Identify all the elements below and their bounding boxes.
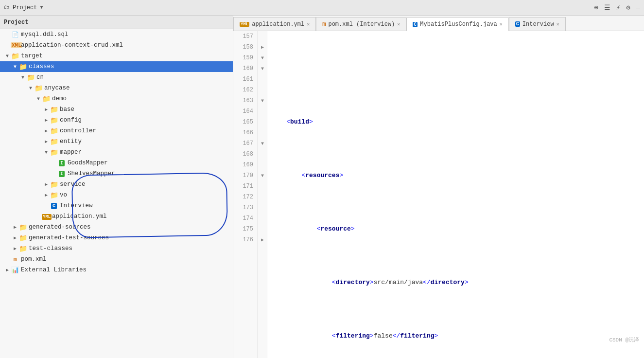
tree-arrow-demo: ▼ [35,96,42,102]
tree-item-config[interactable]: ▶ 📁 config [0,115,233,125]
tree-label-ext-libs: External Libraries [21,267,87,273]
gutter-167[interactable]: ▼ [258,138,267,149]
tab-interview-label: Interview [522,21,554,28]
tree-arrow-cn: ▼ [19,75,26,80]
tab-java-c-icon: C [413,22,418,27]
tree-arrow-entity: ▶ [43,139,50,144]
tree-item-service[interactable]: ▶ 📁 service [0,179,233,190]
tab-yml-icon: YML [240,22,249,27]
gutter-159[interactable]: ▼ [258,53,267,63]
gutter-176[interactable]: ▶ [258,234,267,245]
tree-item-mysql-sql[interactable]: 📄 mysql.ddl.sql [0,29,233,40]
gutter-169 [258,160,267,170]
tree-item-mapper[interactable]: ▼ 📁 mapper [0,147,233,158]
gutter-164 [258,106,267,117]
tree-item-controller[interactable]: ▶ 📁 controller [0,125,233,136]
sidebar-title: Project [4,19,28,26]
tree-item-gen-test-sources[interactable]: ▶ 📁 generated-test-sources [0,233,233,243]
dropdown-arrow[interactable]: ▼ [40,5,43,10]
tree-label-gen-test-sources: generated-test-sources [29,234,109,241]
tree-item-appyml[interactable]: YML application.yml [0,211,233,222]
tree-item-entity[interactable]: ▶ 📁 entity [0,136,233,147]
gutter-170[interactable]: ▼ [258,170,267,181]
tree-item-vo[interactable]: ▶ 📁 vo [0,190,233,200]
tree-arrow-vo: ▶ [43,192,50,198]
interface-badge-goodsmapper: I [59,160,65,166]
tab-bar: YML application.yml ✕ m pom.xml (Intervi… [233,16,644,31]
tab-interview[interactable]: C Interview ✕ [509,17,566,31]
gutter-168 [258,149,267,160]
tree-arrow-gen-sources: ▶ [12,224,18,230]
tree-item-interview-class[interactable]: C Interview [0,200,233,211]
tree-label-mapper: mapper [60,149,82,156]
tree-arrow-classes: ▼ [12,64,18,70]
interface-badge-shelvesmapper: I [59,171,65,177]
tree-arrow-ext-libs: ▶ [4,267,11,273]
main-area: Project 📄 mysql.ddl.sql XML application-… [0,16,644,358]
gutter-173 [258,202,267,213]
watermark: CSDN @沅泽 [609,336,639,343]
tree-arrow-mapper: ▼ [43,150,50,155]
folder-service-icon: 📁 [50,181,58,189]
tab-mybatis-close[interactable]: ✕ [500,21,503,27]
tree-label-cn: cn [36,74,44,81]
folder-gen-test-sources-icon: 📁 [19,234,27,242]
gutter-175 [258,224,267,234]
settings-icon[interactable]: ⚙ [626,3,630,12]
tree-item-cn[interactable]: ▼ 📁 cn [0,72,233,83]
tree-item-pom-xml[interactable]: m pom.xml [0,254,233,265]
yml-badge-appyml: YML [42,214,52,220]
tree-item-test-classes[interactable]: ▶ 📁 test-classes [0,243,233,254]
gutter-165 [258,117,267,127]
tab-pom-close[interactable]: ✕ [397,21,400,27]
gutter-171 [258,181,267,192]
tree-item-anycase[interactable]: ▼ 📁 anycase [0,83,233,93]
tab-yml-label: application.yml [252,21,304,28]
folder-cn-icon: 📁 [27,74,35,82]
tree-arrow-anycase: ▼ [27,86,34,91]
filter-icon[interactable]: ⚡ [616,3,620,12]
add-icon[interactable]: ⊕ [594,3,598,12]
tree-item-demo[interactable]: ▼ 📁 demo [0,93,233,104]
code-editor[interactable]: 157 158 159 160 161 162 163 164 165 166 … [233,31,644,358]
gutter-163[interactable]: ▼ [258,95,267,106]
folder-demo-icon: 📁 [42,95,51,103]
tree-label-target: target [21,53,43,59]
gutter-160[interactable]: ▼ [258,63,267,74]
tree-arrow-config: ▶ [43,117,50,123]
minimize-icon[interactable]: — [636,4,640,12]
tree-item-base[interactable]: ▶ 📁 base [0,104,233,115]
tree-item-target[interactable]: ▼ 📁 target [0,51,233,61]
sort-icon[interactable]: ☰ [604,3,610,12]
tree-label-interview-class: Interview [60,202,93,209]
code-line-160: <resource> [271,224,644,234]
tab-mybatis-config[interactable]: C MybatisPlusConfig.java ✕ [406,18,508,31]
gutter-166 [258,127,267,138]
tree-item-shelvesmapper[interactable]: I ShelvesMapper [0,168,233,179]
tab-pom-xml[interactable]: m pom.xml (Interview) ✕ [316,17,406,31]
folder-base-icon: 📁 [50,106,58,114]
folder-config-icon: 📁 [50,117,58,125]
tree-label-gen-sources: generated-sources [29,224,91,231]
project-sidebar: Project 📄 mysql.ddl.sql XML application-… [0,16,233,358]
code-content[interactable]: <build> <resources> <resource> <director… [267,31,644,358]
tree-item-goodsmapper[interactable]: I GoodsMapper [0,158,233,168]
class-badge-interview: C [51,203,57,209]
tree-item-classes[interactable]: ▼ 📁 classes [0,61,233,72]
tree-item-appctx-xml[interactable]: XML application-context-crud.xml [0,40,233,51]
gutter-174 [258,213,267,224]
tab-xml-icon: m [322,21,326,28]
tree-item-gen-sources[interactable]: ▶ 📁 generated-sources [0,222,233,233]
tab-yml-close[interactable]: ✕ [307,21,310,27]
title-bar-icons: ⊕ ☰ ⚡ ⚙ — [594,3,640,12]
tab-interview-close[interactable]: ✕ [557,21,559,27]
folder-target-icon: 📁 [11,53,19,60]
tab-application-yml[interactable]: YML application.yml ✕ [233,17,316,31]
tree-item-ext-libs[interactable]: ▶ 📊 External Libraries [0,265,233,275]
code-line-158: <build> [271,117,644,127]
tree-label-appctx-xml: application-context-crud.xml [21,42,123,49]
gutter-158[interactable]: ▶ [258,42,267,53]
folder-anycase-icon: 📁 [35,85,43,92]
folder-test-classes-icon: 📁 [19,245,27,253]
code-line-159: <resources> [271,170,644,181]
